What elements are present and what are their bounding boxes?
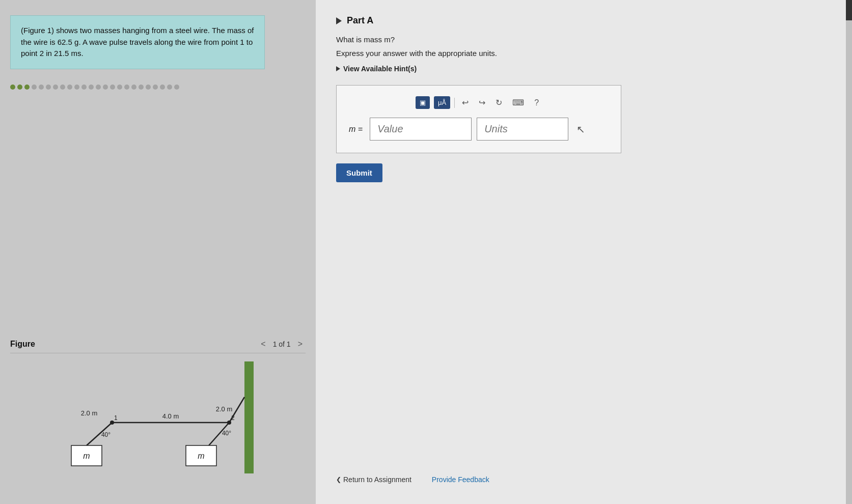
dot — [24, 85, 30, 90]
toolbar: ▣ μÅ ↩ ↪ ↻ ⌨ ? — [349, 96, 609, 109]
value-input[interactable] — [370, 118, 472, 141]
dot — [124, 85, 129, 90]
green-bar — [244, 361, 254, 473]
mu-button[interactable]: μÅ — [434, 96, 450, 109]
cursor-icon: ↖ — [576, 123, 585, 135]
point-1-label: 1 — [114, 414, 118, 422]
return-to-assignment-link[interactable]: Return to Assignment — [336, 475, 411, 484]
figure-label-row: Figure < 1 of 1 > — [10, 339, 306, 350]
node-1 — [110, 421, 114, 425]
refresh-button[interactable]: ↻ — [492, 96, 505, 109]
input-row: m = ↖ — [349, 118, 609, 141]
figure-svg: m m 2.0 m 2.0 m 4.0 m 40° 1 40° 2 — [51, 361, 265, 473]
dot — [110, 85, 115, 90]
node-2 — [227, 421, 231, 425]
problem-text: (Figure 1) shows two masses hanging from… — [21, 26, 254, 58]
hint-text: View Available Hint(s) — [343, 65, 417, 73]
dot — [117, 85, 122, 90]
mu-icon: μÅ — [438, 99, 446, 106]
part-header: Part A — [336, 15, 832, 26]
left-panel: (Figure 1) shows two masses hanging from… — [0, 0, 316, 504]
dot — [67, 85, 72, 90]
center-length-label: 4.0 m — [162, 412, 179, 420]
express-text: Express your answer with the appropriate… — [336, 49, 832, 58]
dot — [32, 85, 37, 90]
dot — [96, 85, 101, 90]
submit-row: Submit — [336, 163, 832, 182]
help-button[interactable]: ? — [531, 96, 542, 109]
part-triangle-icon — [336, 17, 342, 24]
point-2-label: 2 — [231, 414, 235, 422]
decorative-dots — [10, 85, 204, 90]
dot — [103, 85, 108, 90]
right-mass-label: m — [198, 452, 204, 460]
keyboard-icon: ⌨ — [512, 98, 524, 107]
dot — [60, 85, 65, 90]
dot — [17, 85, 22, 90]
figure-prev-button[interactable]: < — [258, 339, 268, 350]
matrix-button[interactable]: ▣ — [416, 96, 430, 109]
dot — [10, 85, 15, 90]
hint-row[interactable]: View Available Hint(s) — [336, 65, 832, 73]
hint-triangle-icon — [336, 66, 340, 71]
submit-button[interactable]: Submit — [336, 163, 382, 182]
bottom-links: Return to Assignment Provide Feedback — [336, 475, 489, 484]
matrix-icon: ▣ — [420, 99, 426, 106]
m-label: m = — [349, 125, 363, 134]
dot — [89, 85, 94, 90]
dot — [131, 85, 136, 90]
right-angle-label: 40° — [222, 430, 231, 437]
left-length-label: 2.0 m — [81, 409, 98, 417]
question-text: What is mass m? — [336, 35, 832, 44]
dot — [160, 85, 165, 90]
problem-description: (Figure 1) shows two masses hanging from… — [10, 15, 265, 69]
figure-label: Figure — [10, 340, 35, 349]
dot — [139, 85, 144, 90]
provide-feedback-link[interactable]: Provide Feedback — [432, 475, 489, 484]
right-panel: Part A What is mass m? Express your answ… — [316, 0, 852, 504]
answer-box: ▣ μÅ ↩ ↪ ↻ ⌨ ? m = — [336, 85, 621, 153]
dot — [146, 85, 151, 90]
dot — [153, 85, 158, 90]
figure-nav-text: 1 of 1 — [273, 340, 291, 348]
scrollbar[interactable] — [846, 0, 852, 504]
figure-svg-container: m m 2.0 m 2.0 m 4.0 m 40° 1 40° 2 — [10, 361, 306, 473]
dot — [74, 85, 79, 90]
units-input[interactable] — [477, 118, 568, 141]
right-length-label: 2.0 m — [216, 405, 233, 413]
dot — [167, 85, 172, 90]
dot — [174, 85, 179, 90]
figure-area: Figure < 1 of 1 > — [10, 339, 306, 473]
part-title: Part A — [347, 15, 373, 26]
left-angle-label: 40° — [101, 431, 111, 438]
figure-nav: < 1 of 1 > — [258, 339, 306, 350]
keyboard-button[interactable]: ⌨ — [509, 96, 527, 109]
dot — [46, 85, 51, 90]
undo-button[interactable]: ↩ — [459, 96, 472, 109]
help-icon: ? — [534, 98, 539, 107]
scrollbar-thumb[interactable] — [846, 0, 852, 20]
refresh-icon: ↻ — [496, 98, 502, 107]
dot — [53, 85, 58, 90]
figure-divider — [10, 353, 306, 353]
figure-next-button[interactable]: > — [295, 339, 306, 350]
redo-icon: ↪ — [479, 98, 485, 107]
undo-icon: ↩ — [462, 98, 469, 107]
dot — [81, 85, 87, 90]
redo-button[interactable]: ↪ — [476, 96, 488, 109]
dot — [39, 85, 44, 90]
toolbar-separator — [454, 98, 455, 108]
left-mass-label: m — [83, 452, 90, 460]
